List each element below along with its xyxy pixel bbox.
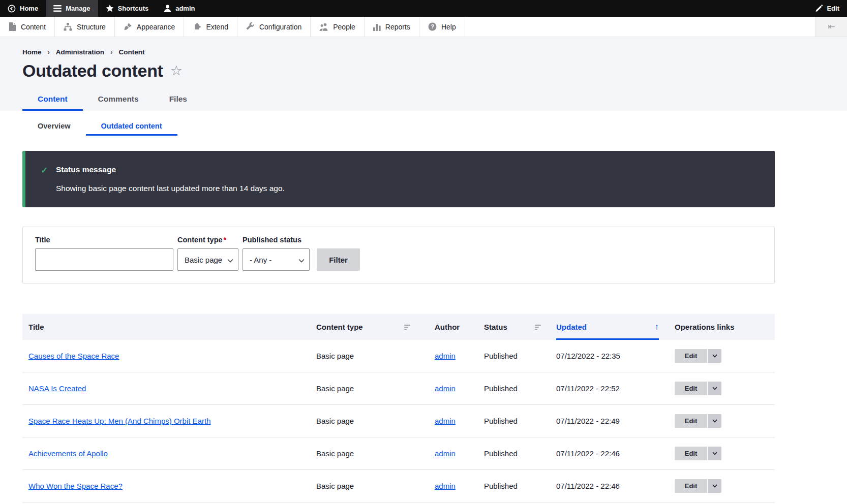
edit-button[interactable]: Edit	[675, 382, 708, 395]
edit-dropdown-toggle[interactable]	[708, 349, 721, 363]
toolbar-collapse-button[interactable]: ⇤	[815, 17, 847, 37]
column-header-updated[interactable]: Updated ↑	[556, 314, 675, 340]
published-status-label: Published status	[243, 236, 310, 244]
edit-dropdown-toggle[interactable]	[708, 414, 721, 428]
sort-icon[interactable]	[404, 325, 410, 330]
subtab-overview[interactable]: Overview	[22, 118, 86, 136]
status-message-body: Showing basic page content last updated …	[56, 184, 285, 193]
row-author-link[interactable]: admin	[435, 417, 456, 425]
breadcrumb-home[interactable]: Home	[22, 48, 42, 56]
edit-split-button[interactable]: Edit	[675, 479, 721, 493]
topbar-item-shortcuts[interactable]: Shortcuts	[98, 0, 157, 17]
menu-item-configuration[interactable]: Configuration	[237, 17, 311, 37]
topbar-item-manage[interactable]: Manage	[46, 0, 98, 17]
breadcrumb-separator: ›	[110, 48, 112, 56]
row-author-link[interactable]: admin	[435, 384, 456, 393]
content-table: Title Content type Author Status Updated…	[22, 314, 775, 502]
row-title-link[interactable]: Who Won the Space Race?	[28, 482, 123, 490]
content-type-select[interactable]: Basic page	[177, 248, 238, 271]
row-content-type: Basic page	[316, 449, 435, 458]
edit-button[interactable]: Edit	[675, 349, 708, 363]
row-author-link[interactable]: admin	[435, 352, 456, 360]
wrench-icon	[246, 22, 255, 31]
row-title-link[interactable]: NASA Is Created	[28, 384, 86, 393]
row-updated: 07/12/2022 - 22:35	[556, 352, 675, 360]
hamburger-icon	[53, 5, 62, 12]
edit-button[interactable]: Edit	[675, 479, 708, 493]
tab-content[interactable]: Content	[22, 89, 83, 111]
chevron-down-icon	[712, 387, 717, 390]
topbar-item-home[interactable]: Home	[0, 0, 46, 17]
edit-split-button[interactable]: Edit	[675, 382, 721, 395]
menu-item-label: Reports	[385, 23, 410, 31]
row-title-link[interactable]: Space Race Heats Up: Men (And Chimps) Or…	[28, 417, 210, 425]
column-header-title[interactable]: Title	[28, 323, 316, 331]
subtab-outdated-content[interactable]: Outdated content	[86, 118, 177, 136]
topbar-item-label: Home	[20, 5, 38, 12]
edit-split-button[interactable]: Edit	[675, 414, 721, 428]
column-header-author[interactable]: Author	[435, 323, 484, 331]
column-header-status[interactable]: Status	[484, 323, 556, 331]
edit-dropdown-toggle[interactable]	[708, 447, 721, 460]
menu-item-extend[interactable]: Extend	[184, 17, 237, 37]
row-author-link[interactable]: admin	[435, 449, 456, 458]
table-header-row: Title Content type Author Status Updated…	[22, 314, 775, 340]
row-content-type: Basic page	[316, 417, 435, 425]
row-title-link[interactable]: Causes of the Space Race	[28, 352, 119, 360]
menu-item-content[interactable]: Content	[0, 17, 55, 37]
title-filter-input[interactable]	[35, 248, 173, 271]
row-title-link[interactable]: Achievements of Apollo	[28, 449, 108, 458]
main-content: Overview Outdated content ✓ Status messa…	[22, 118, 775, 502]
menu-item-reports[interactable]: Reports	[365, 17, 419, 37]
tab-comments[interactable]: Comments	[83, 89, 154, 111]
status-message-title: Status message	[56, 165, 285, 174]
edit-dropdown-toggle[interactable]	[708, 479, 721, 493]
edit-button[interactable]: Edit	[675, 414, 708, 428]
chevron-down-icon	[225, 256, 233, 264]
breadcrumb: Home › Administration › Content	[22, 48, 775, 56]
filter-button[interactable]: Filter	[317, 248, 360, 271]
edit-button[interactable]: Edit	[675, 447, 708, 460]
column-header-content-type[interactable]: Content type	[316, 323, 435, 331]
question-circle-icon: ?	[428, 22, 437, 31]
menu-item-appearance[interactable]: Appearance	[115, 17, 185, 37]
topbar-edit-label: Edit	[827, 5, 839, 12]
menu-item-people[interactable]: People	[311, 17, 365, 37]
menu-item-help[interactable]: ? Help	[419, 17, 465, 37]
row-updated: 07/11/2022 - 22:52	[556, 384, 675, 393]
toolbar-spacer	[465, 17, 815, 37]
people-icon	[319, 23, 328, 31]
breadcrumb-administration[interactable]: Administration	[56, 48, 104, 56]
edit-dropdown-toggle[interactable]	[708, 382, 721, 395]
menu-item-structure[interactable]: Structure	[55, 17, 115, 37]
bookmark-star-icon[interactable]: ☆	[170, 64, 183, 78]
sort-icon[interactable]	[535, 325, 541, 330]
row-updated: 07/11/2022 - 22:46	[556, 482, 675, 490]
row-content-type: Basic page	[316, 384, 435, 393]
admin-menu-bar: Content Structure Appearance Extend Conf…	[0, 17, 847, 37]
row-author-link[interactable]: admin	[435, 482, 456, 490]
table-row: Causes of the Space Race Basic page admi…	[22, 340, 775, 372]
chevron-down-icon	[712, 419, 717, 423]
chevron-down-icon	[296, 256, 305, 264]
puzzle-icon	[193, 22, 201, 31]
row-updated: 07/11/2022 - 22:49	[556, 417, 675, 425]
content-type-label: Content type*	[177, 236, 238, 244]
topbar-item-admin[interactable]: admin	[156, 0, 202, 17]
topbar-edit-button[interactable]: Edit	[807, 0, 847, 17]
breadcrumb-content[interactable]: Content	[118, 48, 144, 56]
published-status-select[interactable]: - Any -	[243, 248, 310, 271]
content-type-value: Basic page	[185, 256, 222, 264]
edit-split-button[interactable]: Edit	[675, 349, 721, 363]
row-status: Published	[484, 352, 556, 360]
menu-item-label: Help	[441, 23, 456, 31]
menu-item-label: Appearance	[137, 23, 175, 31]
row-content-type: Basic page	[316, 482, 435, 490]
table-row: Achievements of Apollo Basic page admin …	[22, 437, 775, 470]
paintbrush-icon	[124, 22, 132, 31]
edit-split-button[interactable]: Edit	[675, 447, 721, 460]
tab-files[interactable]: Files	[154, 89, 202, 111]
menu-item-label: Configuration	[259, 23, 301, 31]
topbar-item-label: Manage	[66, 5, 90, 12]
table-body: Causes of the Space Race Basic page admi…	[22, 340, 775, 502]
